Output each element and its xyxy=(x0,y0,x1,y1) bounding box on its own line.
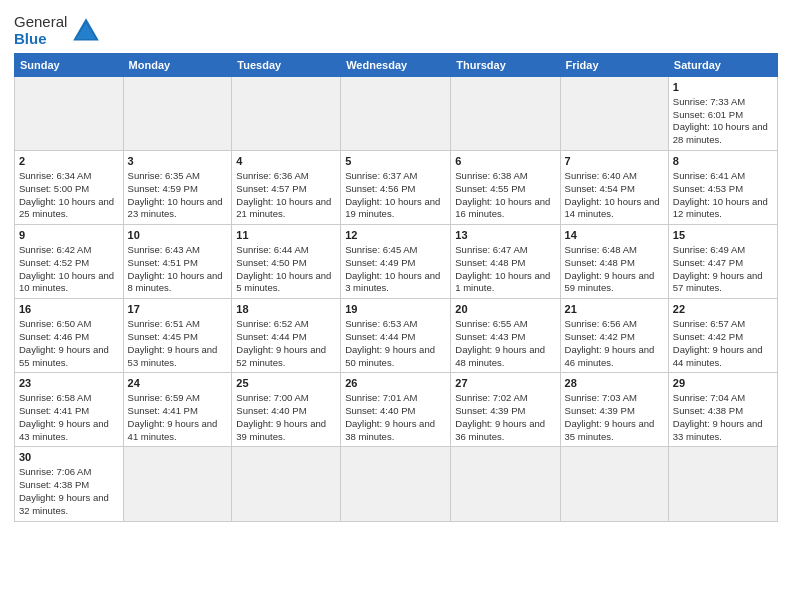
weekday-header: Thursday xyxy=(451,54,560,77)
calendar-cell: 15Sunrise: 6:49 AM Sunset: 4:47 PM Dayli… xyxy=(668,225,777,299)
calendar-cell xyxy=(232,77,341,151)
calendar-cell xyxy=(451,77,560,151)
weekday-header: Sunday xyxy=(15,54,124,77)
calendar-cell xyxy=(123,77,232,151)
day-number: 11 xyxy=(236,228,336,243)
calendar-cell: 9Sunrise: 6:42 AM Sunset: 4:52 PM Daylig… xyxy=(15,225,124,299)
day-number: 30 xyxy=(19,450,119,465)
calendar-cell: 24Sunrise: 6:59 AM Sunset: 4:41 PM Dayli… xyxy=(123,373,232,447)
day-info: Sunrise: 7:33 AM Sunset: 6:01 PM Dayligh… xyxy=(673,96,773,147)
calendar-cell: 13Sunrise: 6:47 AM Sunset: 4:48 PM Dayli… xyxy=(451,225,560,299)
calendar-cell xyxy=(560,77,668,151)
page: General Blue SundayMondayTuesdayWednesda… xyxy=(0,0,792,612)
day-number: 19 xyxy=(345,302,446,317)
day-number: 29 xyxy=(673,376,773,391)
day-info: Sunrise: 6:41 AM Sunset: 4:53 PM Dayligh… xyxy=(673,170,773,221)
weekday-header: Tuesday xyxy=(232,54,341,77)
day-info: Sunrise: 7:02 AM Sunset: 4:39 PM Dayligh… xyxy=(455,392,555,443)
logo: General Blue xyxy=(14,14,102,47)
day-info: Sunrise: 6:59 AM Sunset: 4:41 PM Dayligh… xyxy=(128,392,228,443)
day-info: Sunrise: 7:01 AM Sunset: 4:40 PM Dayligh… xyxy=(345,392,446,443)
day-number: 15 xyxy=(673,228,773,243)
day-number: 9 xyxy=(19,228,119,243)
day-number: 2 xyxy=(19,154,119,169)
day-number: 10 xyxy=(128,228,228,243)
day-number: 24 xyxy=(128,376,228,391)
weekday-header: Saturday xyxy=(668,54,777,77)
weekday-header: Wednesday xyxy=(341,54,451,77)
day-number: 16 xyxy=(19,302,119,317)
day-info: Sunrise: 7:03 AM Sunset: 4:39 PM Dayligh… xyxy=(565,392,664,443)
day-info: Sunrise: 6:55 AM Sunset: 4:43 PM Dayligh… xyxy=(455,318,555,369)
day-info: Sunrise: 6:34 AM Sunset: 5:00 PM Dayligh… xyxy=(19,170,119,221)
logo-line1: General xyxy=(14,14,67,31)
day-number: 12 xyxy=(345,228,446,243)
day-info: Sunrise: 6:48 AM Sunset: 4:48 PM Dayligh… xyxy=(565,244,664,295)
day-info: Sunrise: 6:45 AM Sunset: 4:49 PM Dayligh… xyxy=(345,244,446,295)
calendar-cell: 20Sunrise: 6:55 AM Sunset: 4:43 PM Dayli… xyxy=(451,299,560,373)
day-info: Sunrise: 6:43 AM Sunset: 4:51 PM Dayligh… xyxy=(128,244,228,295)
day-info: Sunrise: 6:42 AM Sunset: 4:52 PM Dayligh… xyxy=(19,244,119,295)
logo-line2: Blue xyxy=(14,31,67,48)
day-number: 1 xyxy=(673,80,773,95)
day-number: 18 xyxy=(236,302,336,317)
calendar-cell xyxy=(123,447,232,521)
day-number: 13 xyxy=(455,228,555,243)
calendar-cell: 4Sunrise: 6:36 AM Sunset: 4:57 PM Daylig… xyxy=(232,151,341,225)
calendar-cell: 2Sunrise: 6:34 AM Sunset: 5:00 PM Daylig… xyxy=(15,151,124,225)
calendar-week-row: 30Sunrise: 7:06 AM Sunset: 4:38 PM Dayli… xyxy=(15,447,778,521)
calendar-cell: 18Sunrise: 6:52 AM Sunset: 4:44 PM Dayli… xyxy=(232,299,341,373)
calendar-cell xyxy=(341,447,451,521)
calendar-cell: 26Sunrise: 7:01 AM Sunset: 4:40 PM Dayli… xyxy=(341,373,451,447)
header: General Blue xyxy=(14,10,778,47)
day-number: 26 xyxy=(345,376,446,391)
calendar-cell: 22Sunrise: 6:57 AM Sunset: 4:42 PM Dayli… xyxy=(668,299,777,373)
day-number: 4 xyxy=(236,154,336,169)
calendar-cell: 17Sunrise: 6:51 AM Sunset: 4:45 PM Dayli… xyxy=(123,299,232,373)
calendar-cell: 6Sunrise: 6:38 AM Sunset: 4:55 PM Daylig… xyxy=(451,151,560,225)
calendar-cell: 23Sunrise: 6:58 AM Sunset: 4:41 PM Dayli… xyxy=(15,373,124,447)
day-info: Sunrise: 6:53 AM Sunset: 4:44 PM Dayligh… xyxy=(345,318,446,369)
calendar-cell: 3Sunrise: 6:35 AM Sunset: 4:59 PM Daylig… xyxy=(123,151,232,225)
day-info: Sunrise: 7:06 AM Sunset: 4:38 PM Dayligh… xyxy=(19,466,119,517)
calendar-cell xyxy=(668,447,777,521)
calendar: SundayMondayTuesdayWednesdayThursdayFrid… xyxy=(14,53,778,522)
calendar-cell xyxy=(451,447,560,521)
calendar-cell: 21Sunrise: 6:56 AM Sunset: 4:42 PM Dayli… xyxy=(560,299,668,373)
day-number: 23 xyxy=(19,376,119,391)
calendar-cell: 5Sunrise: 6:37 AM Sunset: 4:56 PM Daylig… xyxy=(341,151,451,225)
day-info: Sunrise: 6:58 AM Sunset: 4:41 PM Dayligh… xyxy=(19,392,119,443)
day-number: 25 xyxy=(236,376,336,391)
day-number: 8 xyxy=(673,154,773,169)
day-info: Sunrise: 6:47 AM Sunset: 4:48 PM Dayligh… xyxy=(455,244,555,295)
calendar-cell: 27Sunrise: 7:02 AM Sunset: 4:39 PM Dayli… xyxy=(451,373,560,447)
calendar-cell: 29Sunrise: 7:04 AM Sunset: 4:38 PM Dayli… xyxy=(668,373,777,447)
day-info: Sunrise: 6:52 AM Sunset: 4:44 PM Dayligh… xyxy=(236,318,336,369)
calendar-cell: 12Sunrise: 6:45 AM Sunset: 4:49 PM Dayli… xyxy=(341,225,451,299)
day-number: 6 xyxy=(455,154,555,169)
day-number: 17 xyxy=(128,302,228,317)
day-number: 7 xyxy=(565,154,664,169)
calendar-cell: 11Sunrise: 6:44 AM Sunset: 4:50 PM Dayli… xyxy=(232,225,341,299)
weekday-header-row: SundayMondayTuesdayWednesdayThursdayFrid… xyxy=(15,54,778,77)
day-info: Sunrise: 7:04 AM Sunset: 4:38 PM Dayligh… xyxy=(673,392,773,443)
calendar-cell: 19Sunrise: 6:53 AM Sunset: 4:44 PM Dayli… xyxy=(341,299,451,373)
day-number: 3 xyxy=(128,154,228,169)
day-info: Sunrise: 6:57 AM Sunset: 4:42 PM Dayligh… xyxy=(673,318,773,369)
calendar-cell xyxy=(560,447,668,521)
day-number: 22 xyxy=(673,302,773,317)
weekday-header: Monday xyxy=(123,54,232,77)
day-number: 14 xyxy=(565,228,664,243)
day-info: Sunrise: 6:38 AM Sunset: 4:55 PM Dayligh… xyxy=(455,170,555,221)
day-info: Sunrise: 6:36 AM Sunset: 4:57 PM Dayligh… xyxy=(236,170,336,221)
day-number: 27 xyxy=(455,376,555,391)
calendar-week-row: 2Sunrise: 6:34 AM Sunset: 5:00 PM Daylig… xyxy=(15,151,778,225)
calendar-cell: 14Sunrise: 6:48 AM Sunset: 4:48 PM Dayli… xyxy=(560,225,668,299)
calendar-cell xyxy=(15,77,124,151)
calendar-week-row: 9Sunrise: 6:42 AM Sunset: 4:52 PM Daylig… xyxy=(15,225,778,299)
day-info: Sunrise: 6:56 AM Sunset: 4:42 PM Dayligh… xyxy=(565,318,664,369)
calendar-week-row: 16Sunrise: 6:50 AM Sunset: 4:46 PM Dayli… xyxy=(15,299,778,373)
day-info: Sunrise: 6:49 AM Sunset: 4:47 PM Dayligh… xyxy=(673,244,773,295)
calendar-cell: 25Sunrise: 7:00 AM Sunset: 4:40 PM Dayli… xyxy=(232,373,341,447)
day-info: Sunrise: 7:00 AM Sunset: 4:40 PM Dayligh… xyxy=(236,392,336,443)
